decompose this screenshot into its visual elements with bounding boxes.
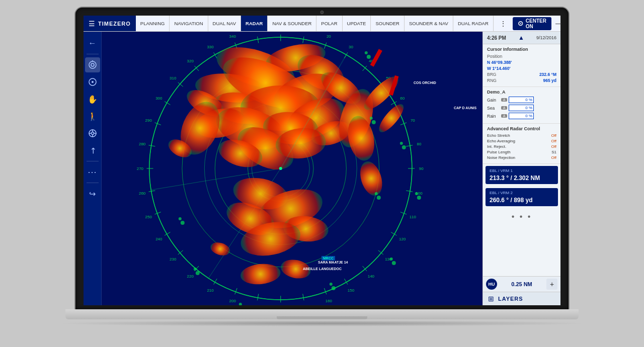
ebl-vrm2-value: 260.6 ° / 898 yd [490, 197, 554, 204]
back-button[interactable]: ← [85, 36, 100, 51]
radar-area[interactable]: COS ORCHID CAP D AUNIS SARA MAATJE 14 AB… [102, 32, 482, 305]
radar-dot-icon [88, 77, 97, 86]
cursor-info-section: Cursor Information Position N 46°09.388'… [483, 44, 560, 87]
sea-badge: A [501, 106, 507, 110]
int-reject-row: Int. Reject. Off [487, 144, 556, 149]
panel-date: 9/12/2016 [536, 35, 556, 40]
laptop-shadow [55, 320, 589, 326]
tab-navigation[interactable]: NAVIGATION [170, 16, 208, 31]
rain-label: Rain [487, 114, 500, 119]
range-row: HU 0.25 NM + [483, 277, 560, 292]
demo-a-title: Demo_A [487, 90, 556, 95]
range-icon: HU [486, 279, 497, 290]
center-on-label: CENTER ON [526, 18, 546, 29]
echo-avg-label: Echo Averaging [487, 139, 515, 143]
camera-dot [320, 11, 324, 14]
top-bar: ☰ TIMEZERO PLANNING NAVIGATION DUAL NAV … [84, 16, 560, 32]
app-container: ☰ TIMEZERO PLANNING NAVIGATION DUAL NAV … [84, 16, 560, 305]
hand-tool[interactable]: ✋ [85, 92, 100, 107]
pulse-label: Pulse Length [487, 150, 511, 154]
layers-button[interactable]: ⊞ LAYERS [483, 292, 560, 305]
gain-row: Gain A [487, 97, 556, 103]
int-reject-value[interactable]: Off [551, 144, 556, 149]
position-value-2: W 1°14.460' [487, 66, 511, 71]
laptop-base [65, 309, 579, 319]
tab-radar[interactable]: RADAR [241, 16, 268, 31]
ebl-vrm2-title: EBL / VRM 2 [490, 191, 554, 195]
panel-time: 4:26 PM [487, 35, 506, 41]
person-tool[interactable]: 🚶 [85, 109, 100, 124]
redo-button[interactable]: ↪ [85, 186, 100, 201]
tab-dual-radar[interactable]: DUAL RADAR [453, 16, 494, 31]
echo-stretch-value[interactable]: Off [551, 133, 556, 138]
center-on-button[interactable]: ⊙ CENTER ON [513, 17, 551, 30]
brg-row: BRG 232.6 °M [487, 72, 556, 77]
svg-point-6 [91, 132, 94, 135]
gain-label: Gain [487, 98, 500, 103]
toolbar-separator-2 [87, 161, 99, 161]
pulse-value[interactable]: S1 [551, 150, 556, 154]
svg-point-4 [92, 81, 94, 83]
tab-update[interactable]: UPDATE [343, 16, 371, 31]
ebl-vrm1-title: EBL / VRM 1 [490, 168, 554, 173]
ebl-vrm1-section: EBL / VRM 1 213.3 ° / 2.302 NM [486, 166, 558, 184]
svg-point-0 [89, 61, 96, 68]
demo-a-section: Demo_A Gain A Sea A Rain [483, 87, 560, 124]
radar-tool-1[interactable] [85, 57, 100, 72]
tab-planning[interactable]: PLANNING [136, 16, 170, 31]
int-reject-label: Int. Reject. [487, 144, 506, 149]
app-logo: ☰ TIMEZERO [84, 16, 136, 31]
cursor-position-val2-row: W 1°14.460' [487, 66, 556, 71]
layers-icon: ⊞ [488, 295, 494, 303]
range-value: 0.25 NM [511, 281, 532, 287]
svg-point-1 [91, 63, 94, 66]
right-panel: 4:26 PM ▲ 9/12/2016 Cursor Information P… [482, 32, 560, 305]
wheel-tool[interactable] [85, 126, 100, 141]
gain-input[interactable] [509, 97, 534, 103]
more-options-button[interactable]: ⋮ [498, 19, 509, 29]
radar-tool-2[interactable] [85, 74, 100, 90]
echo-stretch-label: Echo Stretch [487, 133, 510, 138]
hamburger-icon[interactable]: ☰ [89, 20, 95, 27]
logo-text: TIMEZERO [98, 21, 131, 27]
radar-circle-icon [88, 60, 97, 69]
tab-sounder-nav[interactable]: SOUNDER & NAV [405, 16, 453, 31]
toolbar-separator-3 [87, 183, 99, 183]
advanced-radar-section: Advanced Radar Control Echo Stretch Off … [483, 124, 560, 164]
pulse-row: Pulse Length S1 [487, 150, 556, 154]
brg-label: BRG [487, 72, 496, 77]
wheel-icon [88, 129, 97, 138]
tab-nav-sounder[interactable]: NAV & SOUNDER [268, 16, 316, 31]
tab-dual-nav[interactable]: DUAL NAV [208, 16, 241, 31]
cursor-position-row: Position [487, 54, 556, 59]
range-plus-button[interactable]: + [546, 279, 557, 290]
noise-value[interactable]: Off [551, 155, 556, 160]
gain-badge: A [501, 98, 507, 102]
panel-arrow: ▲ [518, 34, 524, 41]
radar-canvas [102, 32, 482, 305]
main-content: ← ✋ [84, 32, 560, 305]
sea-input[interactable] [509, 105, 534, 111]
route-tool[interactable]: ↗ [84, 140, 103, 161]
nav-tabs: PLANNING NAVIGATION DUAL NAV RADAR NAV &… [136, 16, 494, 31]
layers-label: LAYERS [498, 296, 523, 302]
minimize-button[interactable]: — [555, 20, 561, 27]
toolbar-separator-1 [87, 54, 99, 54]
noise-label: Noise Rejection [487, 155, 515, 160]
cursor-info-title: Cursor Information [487, 47, 556, 52]
panel-footer: HU 0.25 NM + ⊞ LAYERS [483, 276, 560, 305]
tab-polar[interactable]: POLAR [316, 16, 342, 31]
rain-input[interactable] [509, 113, 534, 119]
panel-more-dots[interactable]: • • • [483, 208, 560, 225]
advanced-radar-title: Advanced Radar Control [487, 126, 556, 131]
left-toolbar: ← ✋ [84, 32, 102, 305]
rain-row: Rain A [487, 113, 556, 119]
sea-label: Sea [487, 106, 500, 111]
position-value-1: N 46°09.388' [487, 60, 512, 65]
more-tools-button[interactable]: ··· [85, 164, 100, 180]
echo-avg-value[interactable]: Off [551, 139, 556, 143]
brg-value: 232.6 °M [539, 72, 556, 77]
ebl-vrm2-section: EBL / VRM 2 260.6 ° / 898 yd [486, 188, 558, 206]
tab-sounder[interactable]: SOUNDER [371, 16, 405, 31]
echo-stretch-row: Echo Stretch Off [487, 133, 556, 138]
